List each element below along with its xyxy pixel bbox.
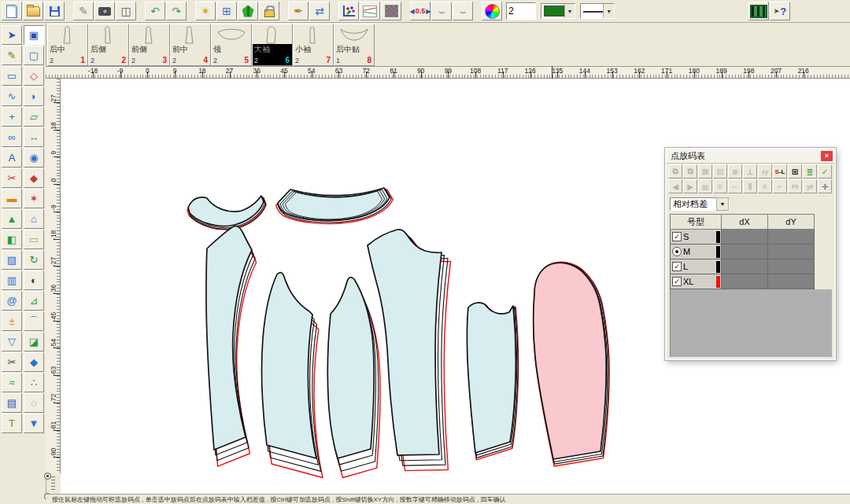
sewing-machine-tool[interactable]: ⌂ bbox=[24, 209, 44, 229]
pleat-bars-tool[interactable]: ▤ bbox=[2, 393, 22, 413]
pattern-piece-大袖[interactable] bbox=[534, 262, 609, 466]
drape-tool[interactable]: ▼ bbox=[24, 414, 44, 433]
curve-smooth-button[interactable]: ⌣ bbox=[431, 2, 452, 20]
half-step-button[interactable]: ◀0.5▶ bbox=[410, 2, 431, 20]
line-color-select[interactable]: ▼ bbox=[541, 3, 575, 19]
dx-cell-XL[interactable] bbox=[722, 274, 768, 289]
pattern-piece-前侧[interactable] bbox=[327, 278, 380, 478]
curve-point-tool[interactable]: ∿ bbox=[2, 86, 22, 106]
wave-line-tool[interactable]: ≈ bbox=[2, 373, 22, 392]
size-list-button[interactable]: ≣ bbox=[803, 164, 817, 178]
pattern-tab-3[interactable]: 前侧23 bbox=[129, 24, 170, 66]
photo-capture-button[interactable] bbox=[94, 2, 115, 20]
button-tool[interactable]: ◉ bbox=[24, 148, 44, 167]
plotter-button[interactable]: ◫ bbox=[116, 2, 136, 20]
redo-button[interactable]: ↷ bbox=[166, 2, 187, 20]
symmetry-tool[interactable]: ∴ bbox=[24, 373, 44, 392]
lock-button[interactable] bbox=[259, 2, 279, 20]
dashed-piece-tool[interactable]: ◌ bbox=[24, 393, 44, 413]
rotate-copy-tool[interactable]: ✂ bbox=[2, 168, 22, 188]
pattern-tab-1[interactable]: 后中21 bbox=[47, 24, 88, 66]
garment-tool[interactable]: ▲ bbox=[2, 209, 22, 229]
grading-panel-titlebar[interactable]: 点放码表 × bbox=[667, 149, 834, 164]
line-width-input[interactable] bbox=[506, 2, 536, 20]
curve-check-button[interactable]: ⌣ bbox=[453, 2, 473, 20]
chevron-down-icon[interactable]: ▼ bbox=[564, 4, 575, 18]
compare-pieces-tool[interactable]: ◐ bbox=[24, 270, 44, 290]
dy-cell-XL[interactable] bbox=[768, 274, 815, 289]
notch-tool[interactable]: ◆ bbox=[24, 352, 44, 372]
chevron-down-icon[interactable]: ▼ bbox=[603, 4, 614, 18]
size-cell-L[interactable]: ✓L bbox=[671, 259, 722, 274]
dx-cell-S[interactable] bbox=[722, 230, 768, 245]
fullness-tool[interactable]: ✶ bbox=[24, 189, 44, 208]
open-file-button[interactable] bbox=[23, 2, 43, 20]
xy-color-button[interactable]: ✛ bbox=[818, 179, 832, 193]
send-to-marker-button[interactable]: ⇄ bbox=[309, 2, 330, 20]
confirm-check-button[interactable]: ✓ bbox=[818, 164, 832, 178]
line-style-select[interactable]: ▼ bbox=[580, 3, 615, 19]
eraser-tool[interactable]: ▬ bbox=[2, 189, 22, 208]
close-icon[interactable]: × bbox=[821, 151, 833, 161]
pattern-tab-7[interactable]: 小袖27 bbox=[293, 24, 334, 66]
checkbox-checked-icon[interactable]: ✓ bbox=[672, 232, 682, 241]
dart-transfer-tool[interactable]: ◆ bbox=[24, 168, 44, 188]
size-cell-M[interactable]: M bbox=[671, 245, 722, 259]
pattern-piece-领[interactable] bbox=[276, 188, 393, 224]
pleat-tool[interactable]: ▥ bbox=[2, 270, 22, 290]
select-arrow-tool[interactable]: ➤ bbox=[2, 25, 22, 45]
cut-tool[interactable]: ✂ bbox=[2, 352, 22, 372]
grade-table-mode-button[interactable]: ⊞ bbox=[788, 164, 802, 178]
pattern-tab-8[interactable]: 后中贴18 bbox=[334, 24, 375, 66]
dx-cell-L[interactable] bbox=[722, 259, 768, 274]
size-cell-S[interactable]: ✓S bbox=[671, 230, 722, 245]
chain-curve-tool[interactable]: ∞ bbox=[2, 127, 22, 147]
adjust-amount-tool[interactable]: ± bbox=[2, 311, 22, 331]
checkbox-checked-icon[interactable]: ✓ bbox=[672, 277, 682, 286]
undo-button[interactable]: ↶ bbox=[145, 2, 165, 20]
piece-measure-tool[interactable]: ▱ bbox=[24, 107, 44, 127]
pattern-piece-前中[interactable] bbox=[368, 230, 450, 471]
text-tool[interactable]: A bbox=[2, 148, 22, 167]
pocket-tool[interactable]: ▢ bbox=[24, 46, 44, 65]
new-window-button[interactable]: ⊞ bbox=[216, 2, 237, 20]
pattern-piece-后中[interactable] bbox=[206, 226, 257, 466]
spiral-tool[interactable]: @ bbox=[2, 291, 22, 311]
new-file-button[interactable] bbox=[2, 2, 22, 20]
dy-cell-M[interactable] bbox=[768, 245, 815, 259]
radio-selected-icon[interactable] bbox=[672, 247, 682, 256]
checkbox-checked-icon[interactable]: ✓ bbox=[672, 262, 682, 271]
stripe-fill-tool[interactable]: ▨ bbox=[2, 250, 22, 270]
measure-button[interactable]: ✶ bbox=[195, 2, 216, 20]
save-button[interactable] bbox=[44, 2, 65, 20]
sl-mode-button[interactable]: S-L bbox=[773, 164, 787, 178]
point-grade-chart-button[interactable] bbox=[338, 2, 359, 20]
seam-allowance-tool[interactable]: ◇ bbox=[24, 66, 44, 86]
intersect-point-tool[interactable]: + bbox=[2, 107, 22, 127]
pattern-tab-4[interactable]: 前中24 bbox=[170, 24, 211, 66]
piece-tool[interactable]: ◗ bbox=[24, 86, 44, 106]
pattern-piece-后中贴[interactable] bbox=[187, 196, 266, 230]
pencil-tool[interactable]: ✎ bbox=[2, 46, 22, 65]
grading-mode-select[interactable]: 相对档差 ▼ bbox=[670, 197, 730, 211]
size-cell-XL[interactable]: ✓XL bbox=[671, 274, 722, 289]
dx-cell-M[interactable] bbox=[722, 245, 768, 259]
split-piece-tool[interactable]: ◧ bbox=[2, 230, 22, 249]
curve-grade-chart-button[interactable] bbox=[360, 2, 380, 20]
pattern-piece-button[interactable] bbox=[238, 2, 258, 20]
dart-tool[interactable]: ▽ bbox=[2, 332, 22, 351]
pattern-tab-2[interactable]: 后侧22 bbox=[88, 24, 129, 66]
dy-cell-S[interactable] bbox=[768, 230, 815, 245]
pattern-select-tool[interactable]: ▣ bbox=[24, 25, 44, 45]
pattern-tab-6[interactable]: 大袖26 bbox=[252, 24, 293, 66]
grade-table-button[interactable] bbox=[381, 2, 401, 20]
move-rotate-tool[interactable]: ↻ bbox=[24, 250, 44, 270]
pattern-tab-5[interactable]: 领25 bbox=[211, 24, 252, 66]
context-help-button[interactable]: ➤? bbox=[770, 2, 790, 20]
dy-cell-L[interactable] bbox=[768, 259, 815, 274]
color-wheel-button[interactable] bbox=[482, 2, 502, 20]
brush-button[interactable]: ✒ bbox=[288, 2, 309, 20]
merge-pieces-tool[interactable]: ◪ bbox=[24, 332, 44, 351]
pattern-piece-后侧[interactable] bbox=[262, 273, 323, 478]
t-square-tool[interactable]: T bbox=[2, 414, 22, 433]
